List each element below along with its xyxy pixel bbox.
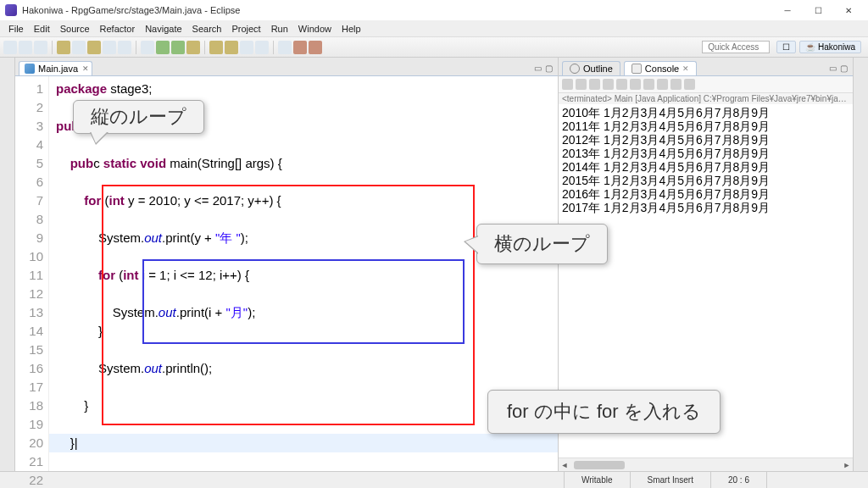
console-btn-icon[interactable] xyxy=(630,79,641,90)
tool-debug-icon[interactable] xyxy=(141,41,154,54)
menu-source[interactable]: Source xyxy=(55,24,95,34)
toolbar-sep xyxy=(136,41,136,54)
tool-wand-icon[interactable] xyxy=(57,41,70,54)
toolbar-sep xyxy=(273,41,274,54)
line-numbers: 12345678910111213141516171819202122 xyxy=(15,76,49,471)
tool-new-icon[interactable] xyxy=(3,41,17,54)
status-writable: Writable xyxy=(564,472,630,488)
tool-package-icon[interactable] xyxy=(118,41,131,54)
menu-help[interactable]: Help xyxy=(337,24,366,34)
callout-nested-for: for の中に for を入れる xyxy=(487,390,721,434)
title-bar: Hakoniwa - RpgGame/src/stage3/Main.java … xyxy=(0,0,868,20)
menu-window[interactable]: Window xyxy=(293,24,337,34)
console-toolbar xyxy=(559,76,853,93)
perspective-switch-icon[interactable]: ☐ xyxy=(776,41,796,53)
console-line: 2013年 1月2月3月4月5月6月7月8月9月 xyxy=(562,147,849,160)
editor-max-icon[interactable]: ▢ xyxy=(545,64,553,73)
tab-outline[interactable]: Outline xyxy=(562,61,620,75)
left-trim[interactable] xyxy=(0,58,15,471)
tab-label: Main.java xyxy=(38,64,78,74)
console-line: 2012年 1月2月3月4月5月6月7月8月9月 xyxy=(562,133,849,147)
view-max-icon[interactable]: ▢ xyxy=(840,64,848,73)
tool-toggle-icon[interactable] xyxy=(255,41,269,54)
minimize-button[interactable]: ─ xyxy=(773,2,802,19)
callout-horizontal-loop: 横のループ xyxy=(476,224,608,264)
console-terminated-label: <terminated> Main [Java Application] C:¥… xyxy=(559,93,853,104)
tool-search-icon[interactable] xyxy=(240,41,253,54)
status-empty xyxy=(766,472,868,488)
java-file-icon xyxy=(25,64,35,74)
menu-search[interactable]: Search xyxy=(187,24,227,34)
view-min-icon[interactable]: ▭ xyxy=(829,64,837,73)
toolbar-sep xyxy=(52,41,53,54)
menu-project[interactable]: Project xyxy=(226,24,265,34)
console-hscroll[interactable]: ◄ ► xyxy=(559,458,853,471)
perspective-hakoniwa[interactable]: ☕ Hakoniwa xyxy=(799,41,861,53)
tool-external-icon[interactable] xyxy=(186,41,200,54)
console-btn-icon[interactable] xyxy=(643,79,654,90)
main-toolbar: ☐ ☕ Hakoniwa xyxy=(0,37,868,58)
status-cursor-pos: 20 : 6 xyxy=(710,472,766,488)
console-line: 2015年 1月2月3月4月5月6月7月8月9月 xyxy=(562,174,849,187)
tab-close-icon[interactable]: ✕ xyxy=(82,64,89,73)
menu-run[interactable]: Run xyxy=(266,24,293,34)
maximize-button[interactable]: ☐ xyxy=(804,2,832,19)
console-btn-icon[interactable] xyxy=(603,79,614,90)
editor-min-icon[interactable]: ▭ xyxy=(534,64,542,73)
tool-lightning-icon[interactable] xyxy=(87,41,101,54)
console-line: 2017年 1月2月3月4月5月6月7月8月9月 xyxy=(562,201,849,214)
tool-back-icon[interactable] xyxy=(293,41,307,54)
workbench: Main.java ✕ ▭ ▢ 123456789101112131415161… xyxy=(0,58,868,471)
window-title: Hakoniwa - RpgGame/src/stage3/Main.java … xyxy=(22,5,240,15)
tool-open-type-icon[interactable] xyxy=(72,41,86,54)
menu-bar: File Edit Source Refactor Navigate Searc… xyxy=(0,20,868,37)
tab-close-icon[interactable]: ✕ xyxy=(682,64,689,73)
outline-icon xyxy=(570,64,580,74)
menu-refactor[interactable]: Refactor xyxy=(95,24,141,34)
console-btn-icon[interactable] xyxy=(684,79,695,90)
tool-run-icon[interactable] xyxy=(156,41,170,54)
tool-saveall-icon[interactable] xyxy=(34,41,47,54)
right-tabs: Outline Console ✕ ▭ ▢ xyxy=(559,58,853,76)
tool-run2-icon[interactable] xyxy=(171,41,185,54)
tool-pin-icon[interactable] xyxy=(278,41,292,54)
console-line: 2016年 1月2月3月4月5月6月7月8月9月 xyxy=(562,187,849,201)
scroll-right-icon[interactable]: ► xyxy=(841,459,853,471)
callout-vertical-loop: 縦のループ xyxy=(73,100,204,134)
console-line: 2011年 1月2月3月4月5月6月7月8月9月 xyxy=(562,119,849,133)
console-btn-icon[interactable] xyxy=(562,79,573,90)
tool-fwd-icon[interactable] xyxy=(309,41,322,54)
console-btn-icon[interactable] xyxy=(670,79,682,90)
console-line: 2010年 1月2月3月4月5月6月7月8月9月 xyxy=(562,106,849,119)
menu-navigate[interactable]: Navigate xyxy=(140,24,186,34)
app-icon xyxy=(5,4,17,16)
tab-console[interactable]: Console ✕ xyxy=(624,61,697,75)
toolbar-sep xyxy=(204,41,205,54)
code-body[interactable]: package stage3; pub pubc static void mai… xyxy=(49,76,558,471)
scroll-thumb[interactable] xyxy=(574,461,625,469)
tab-main-java[interactable]: Main.java ✕ xyxy=(19,61,92,75)
editor-area: Main.java ✕ ▭ ▢ 123456789101112131415161… xyxy=(15,58,558,471)
code-editor[interactable]: 12345678910111213141516171819202122 pack… xyxy=(15,76,558,471)
quick-access-input[interactable] xyxy=(702,41,770,53)
status-insert-mode: Smart Insert xyxy=(630,472,710,488)
console-btn-icon[interactable] xyxy=(576,79,587,90)
console-btn-icon[interactable] xyxy=(616,79,627,90)
right-trim[interactable] xyxy=(853,58,868,471)
tool-newclass-icon[interactable] xyxy=(209,41,223,54)
console-btn-icon[interactable] xyxy=(657,79,668,90)
tool-save-icon[interactable] xyxy=(19,41,32,54)
inner-loop-highlight xyxy=(142,259,465,344)
menu-file[interactable]: File xyxy=(3,24,29,34)
tool-book-icon[interactable] xyxy=(103,41,116,54)
close-button[interactable]: ✕ xyxy=(834,2,863,19)
menu-edit[interactable]: Edit xyxy=(29,24,55,34)
status-bar: Writable Smart Insert 20 : 6 xyxy=(0,471,868,488)
console-icon xyxy=(632,64,642,74)
editor-tabs: Main.java ✕ ▭ ▢ xyxy=(15,58,558,76)
tool-newpkg-icon[interactable] xyxy=(225,41,238,54)
scroll-left-icon[interactable]: ◄ xyxy=(559,459,570,471)
console-btn-icon[interactable] xyxy=(589,79,600,90)
console-line: 2014年 1月2月3月4月5月6月7月8月9月 xyxy=(562,160,849,174)
